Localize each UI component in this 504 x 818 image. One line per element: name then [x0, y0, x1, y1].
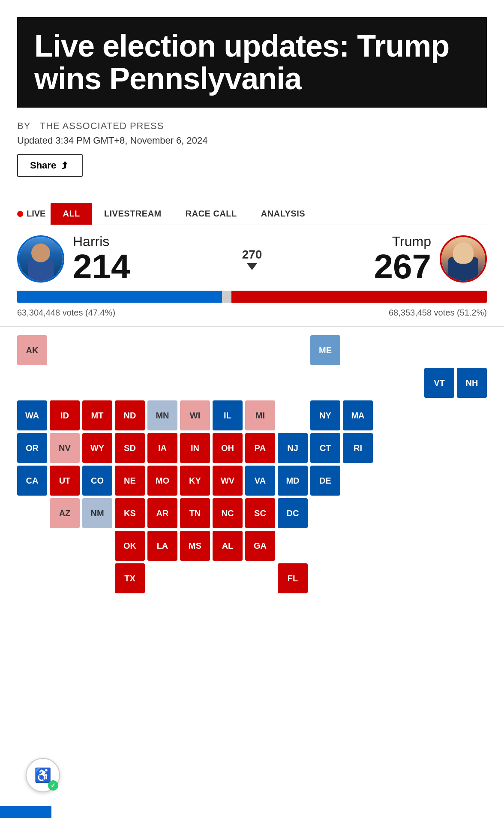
byline: BY THE ASSOCIATED PRESS	[17, 120, 487, 132]
state-OK[interactable]: OK	[115, 531, 145, 561]
state-TN[interactable]: TN	[180, 498, 210, 528]
state-NJ[interactable]: NJ	[278, 433, 308, 463]
state-NY[interactable]: NY	[310, 400, 340, 430]
state-row-7: OK LA MS AL GA	[17, 531, 487, 561]
state-OR[interactable]: OR	[17, 433, 47, 463]
state-NH[interactable]: NH	[457, 368, 487, 398]
harris-photo	[17, 235, 64, 283]
state-IA[interactable]: IA	[147, 433, 177, 463]
arrow-down-icon	[247, 263, 257, 270]
state-AR[interactable]: AR	[147, 498, 177, 528]
state-row-4: OR NV WY SD IA IN OH PA NJ CT RI	[17, 433, 487, 463]
trump-votes: 68,353,458 votes (51.2%)	[389, 308, 487, 318]
state-row-8: TX FL	[17, 563, 487, 593]
state-LA[interactable]: LA	[147, 531, 177, 561]
state-WA[interactable]: WA	[17, 400, 47, 430]
state-KS[interactable]: KS	[115, 498, 145, 528]
tab-race-call[interactable]: RACE CALL	[174, 203, 249, 225]
state-IL[interactable]: IL	[213, 400, 243, 430]
center-270: 270	[242, 248, 262, 270]
state-row-6: AZ NM KS AR TN NC SC DC	[17, 498, 487, 528]
state-row-5: CA UT CO NE MO KY WV VA MD DE	[17, 466, 487, 496]
byline-author: THE ASSOCIATED PRESS	[40, 120, 164, 131]
progress-bar	[17, 291, 487, 303]
state-UT[interactable]: UT	[50, 466, 80, 496]
state-ND[interactable]: ND	[115, 400, 145, 430]
state-AK[interactable]: AK	[17, 335, 47, 365]
state-NV[interactable]: NV	[50, 433, 80, 463]
state-row-3: WA ID MT ND MN WI IL MI NY MA	[17, 400, 487, 430]
live-label: LIVE	[27, 209, 45, 219]
share-icon: ⮭	[60, 160, 70, 171]
tab-livestream[interactable]: LIVESTREAM	[92, 203, 174, 225]
votes-row: 63,304,448 votes (47.4%) 68,353,458 vote…	[17, 308, 487, 318]
state-DC[interactable]: DC	[278, 498, 308, 528]
bar-trump	[231, 291, 487, 303]
state-WY[interactable]: WY	[82, 433, 112, 463]
state-row-2: VT NH	[17, 368, 487, 398]
headline-text: Live election updates: Trump wins Pennsl…	[34, 30, 470, 95]
state-MA[interactable]: MA	[343, 400, 373, 430]
live-indicator: LIVE	[17, 209, 45, 219]
share-button[interactable]: Share ⮭	[17, 154, 83, 177]
state-MT[interactable]: MT	[82, 400, 112, 430]
candidates-row: Harris 214 270 Trump 267	[17, 234, 487, 284]
harris-ev: 214	[73, 250, 130, 284]
state-VT[interactable]: VT	[424, 368, 454, 398]
tab-all[interactable]: ALL	[51, 203, 92, 225]
state-PA[interactable]: PA	[245, 433, 275, 463]
state-NM[interactable]: NM	[82, 498, 112, 528]
state-CT[interactable]: CT	[310, 433, 340, 463]
accessibility-check: ✓	[48, 780, 58, 791]
needed-label: 270	[242, 248, 262, 262]
state-SD[interactable]: SD	[115, 433, 145, 463]
share-label: Share	[30, 160, 56, 171]
state-DE[interactable]: DE	[310, 466, 340, 496]
state-OH[interactable]: OH	[213, 433, 243, 463]
state-ME[interactable]: ME	[310, 335, 340, 365]
state-CO[interactable]: CO	[82, 466, 112, 496]
harris-votes: 63,304,448 votes (47.4%)	[17, 308, 115, 318]
state-MO[interactable]: MO	[147, 466, 177, 496]
state-VA[interactable]: VA	[245, 466, 275, 496]
state-MD[interactable]: MD	[278, 466, 308, 496]
bar-gap	[222, 291, 231, 303]
state-AZ[interactable]: AZ	[50, 498, 80, 528]
state-row-1: AK ME	[17, 335, 487, 365]
updated-text: Updated 3:34 PM GMT+8, November 6, 2024	[17, 135, 487, 146]
state-IN[interactable]: IN	[180, 433, 210, 463]
map-section: AK ME VT NH WA ID MT ND MN WI IL MI	[0, 327, 504, 602]
state-TX[interactable]: TX	[115, 563, 145, 593]
state-grid: AK ME VT NH WA ID MT ND MN WI IL MI	[17, 335, 487, 593]
state-MS[interactable]: MS	[180, 531, 210, 561]
nav-section: LIVE ALL LIVESTREAM RACE CALL ANALYSIS	[0, 194, 504, 225]
state-KY[interactable]: KY	[180, 466, 210, 496]
trump-ev: 267	[374, 250, 431, 284]
live-dot	[17, 211, 23, 217]
state-RI[interactable]: RI	[343, 433, 373, 463]
state-CA[interactable]: CA	[17, 466, 47, 496]
headline-section: Live election updates: Trump wins Pennsl…	[17, 17, 487, 108]
state-SC[interactable]: SC	[245, 498, 275, 528]
byline-label: BY	[17, 120, 30, 131]
state-ID[interactable]: ID	[50, 400, 80, 430]
state-WI[interactable]: WI	[180, 400, 210, 430]
byline-section: BY THE ASSOCIATED PRESS Updated 3:34 PM …	[0, 108, 504, 181]
accessibility-button[interactable]: ♿ ✓	[26, 758, 60, 792]
harris-info: Harris 214	[73, 234, 130, 284]
trump-candidate: Trump 267	[374, 234, 487, 284]
state-MN[interactable]: MN	[147, 400, 177, 430]
state-NE[interactable]: NE	[115, 466, 145, 496]
trump-info: Trump 267	[374, 234, 431, 284]
state-GA[interactable]: GA	[245, 531, 275, 561]
state-NC[interactable]: NC	[213, 498, 243, 528]
state-FL[interactable]: FL	[278, 563, 308, 593]
state-MI[interactable]: MI	[245, 400, 275, 430]
trump-photo	[440, 235, 487, 283]
nav-tabs: LIVE ALL LIVESTREAM RACE CALL ANALYSIS	[17, 203, 487, 225]
accessibility-icon: ♿	[34, 767, 51, 783]
bottom-bar	[0, 806, 51, 818]
state-AL[interactable]: AL	[213, 531, 243, 561]
tab-analysis[interactable]: ANALYSIS	[249, 203, 317, 225]
state-WV[interactable]: WV	[213, 466, 243, 496]
